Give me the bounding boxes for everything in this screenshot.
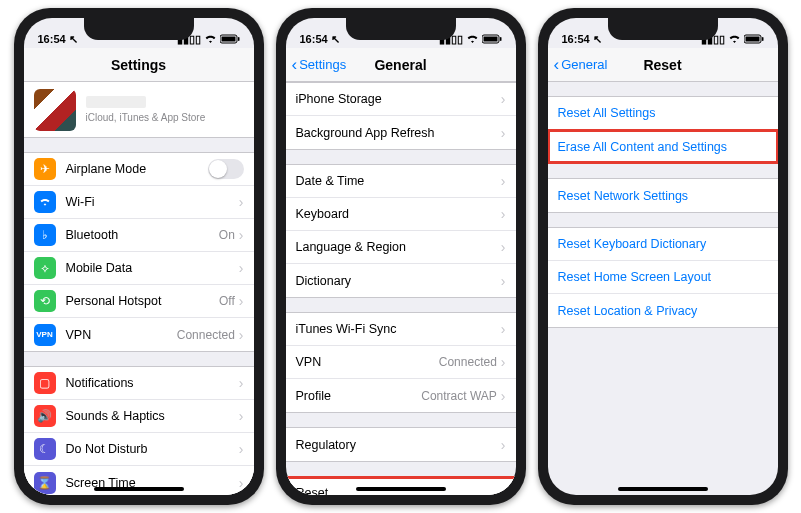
settings-list[interactable]: iCloud, iTunes & App Store ✈ Airplane Mo… — [24, 82, 254, 495]
chevron-right-icon: › — [501, 388, 506, 404]
hourglass-icon: ⌛ — [34, 472, 56, 494]
phone-reset: 16:54 ↖ ▮▮▯▯ ‹ General Reset Reset All S… — [538, 8, 788, 505]
row-reset-home-layout[interactable]: Reset Home Screen Layout — [548, 261, 778, 294]
chevron-right-icon: › — [501, 206, 506, 222]
row-airplane-mode[interactable]: ✈ Airplane Mode — [24, 153, 254, 186]
bluetooth-icon: ♭ — [34, 224, 56, 246]
row-reset-network[interactable]: Reset Network Settings — [548, 179, 778, 212]
wifi-icon — [34, 191, 56, 213]
row-reset-keyboard-dict[interactable]: Reset Keyboard Dictionary — [548, 228, 778, 261]
chevron-right-icon: › — [501, 273, 506, 289]
apple-id-row[interactable]: iCloud, iTunes & App Store — [24, 82, 254, 138]
chevron-right-icon: › — [239, 227, 244, 243]
svg-rect-4 — [483, 36, 497, 41]
svg-rect-7 — [745, 36, 759, 41]
row-dictionary[interactable]: Dictionary› — [286, 264, 516, 297]
chevron-right-icon: › — [501, 437, 506, 453]
back-button[interactable]: ‹ General — [554, 56, 608, 73]
chevron-right-icon: › — [501, 91, 506, 107]
row-itunes-wifi-sync[interactable]: iTunes Wi-Fi Sync› — [286, 313, 516, 346]
row-sounds[interactable]: 🔊 Sounds & Haptics › — [24, 400, 254, 433]
chevron-right-icon: › — [501, 125, 506, 141]
row-date-time[interactable]: Date & Time› — [286, 165, 516, 198]
svg-rect-8 — [762, 37, 764, 41]
notch — [84, 18, 194, 40]
chevron-right-icon: › — [501, 485, 506, 495]
notifications-icon: ▢ — [34, 372, 56, 394]
antenna-icon: ⟡ — [34, 257, 56, 279]
chevron-right-icon: › — [239, 475, 244, 491]
row-reset[interactable]: Reset› — [286, 477, 516, 495]
wifi-icon — [728, 34, 741, 46]
notch — [608, 18, 718, 40]
hotspot-icon: ⟲ — [34, 290, 56, 312]
row-erase-all-content[interactable]: Erase All Content and Settings — [548, 130, 778, 163]
navbar: ‹ Settings General — [286, 48, 516, 82]
row-bluetooth[interactable]: ♭ Bluetooth On › — [24, 219, 254, 252]
chevron-right-icon: › — [501, 173, 506, 189]
chevron-right-icon: › — [239, 293, 244, 309]
chevron-left-icon: ‹ — [554, 56, 560, 73]
avatar — [34, 89, 76, 131]
row-personal-hotspot[interactable]: ⟲ Personal Hotspot Off › — [24, 285, 254, 318]
profile-name-redacted — [86, 96, 146, 108]
home-indicator[interactable] — [94, 487, 184, 491]
chevron-right-icon: › — [239, 260, 244, 276]
svg-rect-5 — [500, 37, 502, 41]
row-profile[interactable]: ProfileContract WAP› — [286, 379, 516, 412]
chevron-right-icon: › — [239, 375, 244, 391]
phone-general: 16:54 ↖ ▮▮▯▯ ‹ Settings General iPhone S… — [276, 8, 526, 505]
svg-rect-2 — [238, 37, 240, 41]
nav-title: Settings — [111, 57, 166, 73]
battery-icon — [744, 34, 764, 46]
row-background-refresh[interactable]: Background App Refresh› — [286, 116, 516, 149]
wifi-icon — [204, 34, 217, 46]
wifi-icon — [466, 34, 479, 46]
row-iphone-storage[interactable]: iPhone Storage› — [286, 83, 516, 116]
chevron-right-icon: › — [239, 441, 244, 457]
row-wifi[interactable]: Wi-Fi › — [24, 186, 254, 219]
airplane-icon: ✈ — [34, 158, 56, 180]
chevron-right-icon: › — [239, 194, 244, 210]
navbar: ‹ General Reset — [548, 48, 778, 82]
back-button[interactable]: ‹ Settings — [292, 56, 347, 73]
general-list[interactable]: iPhone Storage› Background App Refresh› … — [286, 82, 516, 495]
home-indicator[interactable] — [618, 487, 708, 491]
nav-title: Reset — [643, 57, 681, 73]
chevron-right-icon: › — [501, 354, 506, 370]
sounds-icon: 🔊 — [34, 405, 56, 427]
battery-icon — [220, 34, 240, 46]
home-indicator[interactable] — [356, 487, 446, 491]
navbar: Settings — [24, 48, 254, 82]
reset-list[interactable]: Reset All Settings Erase All Content and… — [548, 82, 778, 495]
row-vpn[interactable]: VPNConnected› — [286, 346, 516, 379]
row-reset-all-settings[interactable]: Reset All Settings — [548, 97, 778, 130]
row-vpn[interactable]: VPN VPN Connected › — [24, 318, 254, 351]
chevron-right-icon: › — [239, 327, 244, 343]
row-reset-location-privacy[interactable]: Reset Location & Privacy — [548, 294, 778, 327]
row-notifications[interactable]: ▢ Notifications › — [24, 367, 254, 400]
row-language-region[interactable]: Language & Region› — [286, 231, 516, 264]
chevron-right-icon: › — [501, 321, 506, 337]
airplane-toggle[interactable] — [208, 159, 244, 179]
row-keyboard[interactable]: Keyboard› — [286, 198, 516, 231]
row-mobile-data[interactable]: ⟡ Mobile Data › — [24, 252, 254, 285]
phone-settings: 16:54 ↖ ▮▮▯▯ Settings iCloud, iTunes & A… — [14, 8, 264, 505]
nav-title: General — [374, 57, 426, 73]
chevron-right-icon: › — [239, 408, 244, 424]
row-regulatory[interactable]: Regulatory› — [286, 428, 516, 461]
chevron-right-icon: › — [501, 239, 506, 255]
chevron-left-icon: ‹ — [292, 56, 298, 73]
moon-icon: ☾ — [34, 438, 56, 460]
profile-subtitle: iCloud, iTunes & App Store — [86, 112, 206, 123]
vpn-icon: VPN — [34, 324, 56, 346]
row-dnd[interactable]: ☾ Do Not Disturb › — [24, 433, 254, 466]
notch — [346, 18, 456, 40]
svg-rect-1 — [221, 36, 235, 41]
battery-icon — [482, 34, 502, 46]
